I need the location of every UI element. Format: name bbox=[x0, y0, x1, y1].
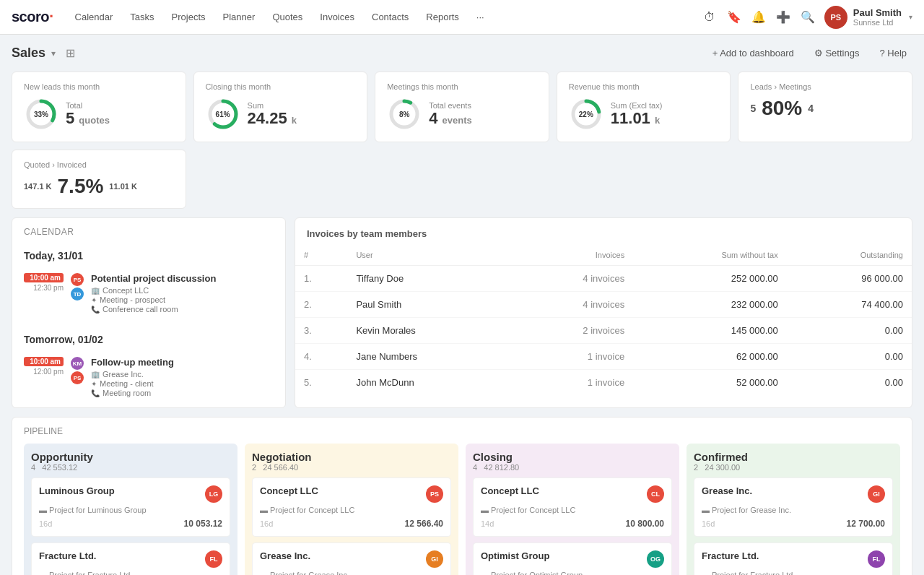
pipeline-col-title: Opportunity bbox=[31, 451, 230, 463]
kpi-unit: k bbox=[292, 115, 297, 126]
logo[interactable]: scoro· bbox=[12, 9, 53, 25]
kpi-unit: events bbox=[443, 115, 472, 126]
pipeline-card-avatar: PS bbox=[426, 485, 443, 503]
donut-chart: 22% bbox=[569, 97, 603, 131]
kpi-card-2: Meetings this month 8% Total events 4 ev… bbox=[375, 72, 549, 142]
donut-pct: 61% bbox=[216, 111, 230, 118]
calendar-day-label: Tomorrow, 01/02 bbox=[24, 329, 274, 345]
nav-invoices[interactable]: Invoices bbox=[313, 7, 362, 27]
settings-button[interactable]: ⚙ Settings bbox=[808, 45, 866, 61]
pipeline-card-days: 16d bbox=[260, 519, 273, 528]
meta-icon: 📞 bbox=[91, 306, 100, 314]
pipeline-card-avatar: GI bbox=[426, 550, 443, 568]
nav-more[interactable]: ··· bbox=[469, 7, 492, 27]
dropdown-icon[interactable]: ▾ bbox=[51, 48, 56, 59]
inv-user: Jane Numbers bbox=[347, 344, 510, 370]
bookmark-icon[interactable]: 🔖 bbox=[726, 9, 742, 25]
table-row[interactable]: 4. Jane Numbers 1 invoice 62 000.00 0.00 bbox=[295, 344, 912, 370]
inv-outstanding: 74 400.00 bbox=[787, 292, 912, 318]
pipeline-card-header: Fracture Ltd. FL bbox=[39, 550, 222, 568]
inv-invoices: 2 invoices bbox=[510, 318, 633, 344]
kpi-content: 22% Sum (Excl tax) 11.01 k bbox=[569, 97, 719, 131]
pipeline-card[interactable]: Grease Inc. GI ▬ Project for Grease Inc.… bbox=[694, 477, 893, 537]
pipeline-card-footer: 16d 12 566.40 bbox=[260, 519, 443, 529]
plus-icon[interactable]: ➕ bbox=[775, 9, 791, 25]
nav-calendar[interactable]: Calendar bbox=[68, 7, 121, 27]
kpi-right-num: 4 bbox=[808, 103, 814, 114]
cal-event-body: Potential project discussion 🏢Concept LL… bbox=[91, 273, 274, 314]
meta-text: Meeting - prospect bbox=[100, 295, 165, 304]
kpi-value: 4 events bbox=[429, 110, 472, 127]
inv-num: 4. bbox=[295, 344, 347, 370]
inv-outstanding: 96 000.00 bbox=[787, 266, 912, 292]
cal-event-meta-item: ✦Meeting - client bbox=[91, 379, 274, 388]
search-icon[interactable]: 🔍 bbox=[800, 9, 816, 25]
kpi-card-0: New leads this month 33% Total 5 quotes bbox=[12, 72, 186, 142]
project-icon: ▬ bbox=[702, 506, 710, 514]
cal-event-meta-item: ✦Meeting - prospect bbox=[91, 295, 274, 304]
project-icon: ▬ bbox=[260, 571, 268, 575]
pipeline-col-confirmed: Confirmed 2 24 300.00 Grease Inc. GI ▬ P… bbox=[687, 444, 900, 575]
inv-invoices: 4 invoices bbox=[510, 292, 633, 318]
nav-planner[interactable]: Planner bbox=[216, 7, 263, 27]
cal-avatars: KMPS bbox=[71, 357, 84, 397]
cal-event-body: Follow-up meeting 🏢Grease Inc.✦Meeting -… bbox=[91, 357, 274, 397]
pipeline-card-avatar: GI bbox=[868, 485, 885, 503]
nav-quotes[interactable]: Quotes bbox=[265, 7, 310, 27]
cal-avatars: PSTD bbox=[71, 273, 84, 314]
calendar-event[interactable]: 10:00 am 12:00 pm KMPS Follow-up meeting… bbox=[24, 353, 274, 402]
pipeline-card[interactable]: Fracture Ltd. FL ▬ Project for Fracture … bbox=[694, 542, 893, 575]
inv-num: 3. bbox=[295, 318, 347, 344]
nav-tasks[interactable]: Tasks bbox=[123, 7, 161, 27]
invoices-section-label: Invoices by team members bbox=[295, 218, 912, 245]
nav-items: Calendar Tasks Projects Planner Quotes I… bbox=[68, 7, 702, 27]
kpi-card-1: Closing this month 61% Sum 24.25 k bbox=[193, 72, 368, 142]
timer-icon[interactable]: ⏱ bbox=[702, 9, 718, 25]
calendar-event[interactable]: 10:00 am 12:30 pm PSTD Potential project… bbox=[24, 269, 274, 318]
col-outstanding: Outstanding bbox=[787, 245, 912, 266]
pipeline-card[interactable]: Grease Inc. GI ▬ Project for Grease Inc.… bbox=[252, 542, 451, 575]
pipeline-card-project: ▬ Project for Luminous Group bbox=[39, 506, 222, 514]
meta-icon: 📞 bbox=[91, 389, 100, 397]
col-sum: Sum without tax bbox=[633, 245, 787, 266]
kpi-big-pct: 80% bbox=[762, 97, 802, 120]
add-to-dashboard-button[interactable]: + Add to dashboard bbox=[707, 45, 800, 61]
project-icon: ▬ bbox=[39, 506, 47, 514]
user-profile[interactable]: PS Paul Smith Sunrise Ltd ▾ bbox=[824, 6, 912, 29]
calendar-card: Calendar Today, 31/01 10:00 am 12:30 pm … bbox=[12, 217, 286, 408]
pipeline-card[interactable]: Luminous Group LG ▬ Project for Luminous… bbox=[31, 477, 230, 537]
pipeline-card-name: Optimist Group bbox=[481, 550, 549, 561]
pipeline-card[interactable]: Concept LLC PS ▬ Project for Concept LLC… bbox=[252, 477, 451, 537]
project-name: Project for Luminous Group bbox=[49, 506, 147, 514]
project-icon: ▬ bbox=[481, 506, 489, 514]
table-row[interactable]: 5. John McDunn 1 invoice 52 000.00 0.00 bbox=[295, 370, 912, 396]
table-row[interactable]: 3. Kevin Morales 2 invoices 145 000.00 0… bbox=[295, 318, 912, 344]
pipeline-card-header: Optimist Group OG bbox=[481, 550, 664, 568]
help-button[interactable]: ? Help bbox=[873, 45, 912, 61]
kpi-left-num: 5 bbox=[750, 103, 756, 114]
dashboard-icon[interactable]: ⊞ bbox=[66, 46, 75, 60]
pipeline-card[interactable]: Fracture Ltd. FL ▬ Project for Fracture … bbox=[31, 542, 230, 575]
table-row[interactable]: 2. Paul Smith 4 invoices 232 000.00 74 4… bbox=[295, 292, 912, 318]
cal-event-meta-item: 🏢Grease Inc. bbox=[91, 370, 274, 379]
table-row[interactable]: 1. Tiffany Doe 4 invoices 252 000.00 96 … bbox=[295, 266, 912, 292]
inv-invoices: 4 invoices bbox=[510, 266, 633, 292]
pipeline-card-project: ▬ Project for Concept LLC bbox=[260, 506, 443, 514]
bell-icon[interactable]: 🔔 bbox=[751, 9, 767, 25]
meta-text: Meeting - client bbox=[100, 379, 154, 388]
kpi-content: 61% Sum 24.25 k bbox=[206, 97, 356, 131]
pipeline-card-header: Grease Inc. GI bbox=[702, 485, 885, 503]
pipeline-card-avatar: FL bbox=[205, 550, 222, 568]
pipeline-col-negotiation: Negotiation 2 24 566.40 Concept LLC PS ▬… bbox=[245, 444, 458, 575]
inv-user: Tiffany Doe bbox=[347, 266, 510, 292]
avatar-initials: PS bbox=[830, 13, 841, 22]
pipeline-card[interactable]: Concept LLC CL ▬ Project for Concept LLC… bbox=[473, 477, 672, 537]
nav-reports[interactable]: Reports bbox=[419, 7, 466, 27]
pipeline-label: Pipeline bbox=[24, 426, 900, 436]
pipeline-card[interactable]: Optimist Group OG ▬ Project for Optimist… bbox=[473, 542, 672, 575]
user-company: Sunrise Ltd bbox=[853, 18, 902, 27]
nav-projects[interactable]: Projects bbox=[165, 7, 213, 27]
inv-invoices: 1 invoice bbox=[510, 344, 633, 370]
meta-text: Meeting room bbox=[103, 389, 151, 397]
nav-contacts[interactable]: Contacts bbox=[365, 7, 416, 27]
